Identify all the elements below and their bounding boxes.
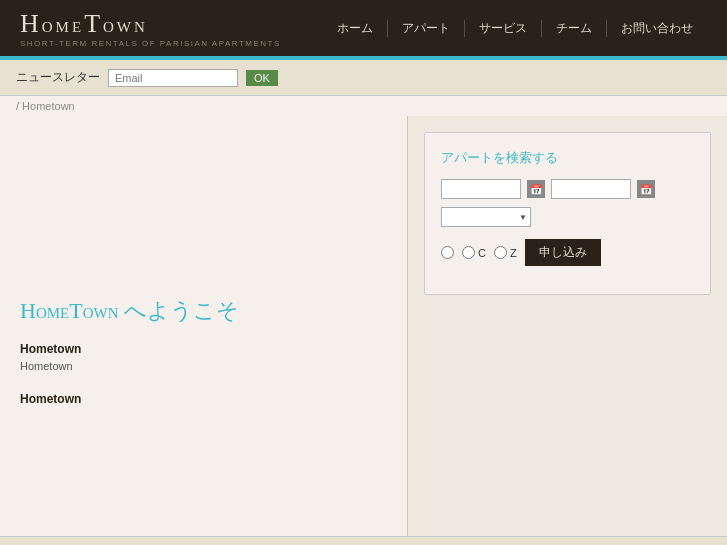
calendar-icon-1[interactable]: 📅 xyxy=(527,180,545,198)
nav-home[interactable]: ホーム xyxy=(323,20,387,37)
section-2-title: Hometown xyxy=(20,392,387,406)
radio-c-label: C xyxy=(478,247,486,259)
date-input-2[interactable] xyxy=(551,179,631,199)
logo-area: HomeTown Short-Term Rentals of Parisian … xyxy=(20,9,281,48)
radio-z-label: Z xyxy=(510,247,517,259)
radio-row: C Z 申し込み xyxy=(441,239,694,266)
nav-services[interactable]: サービス xyxy=(464,20,541,37)
newsletter-label: ニュースレター xyxy=(16,69,100,86)
section-1-title: Hometown xyxy=(20,342,387,356)
date-input-1[interactable] xyxy=(441,179,521,199)
newsletter-submit-button[interactable]: OK xyxy=(246,70,278,86)
language-flags-bar xyxy=(0,536,727,545)
left-content-area: HomeTown へようこそ Hometown Hometown Hometow… xyxy=(0,116,407,536)
logo-subtitle: Short-Term Rentals of Parisian Apartment… xyxy=(20,39,281,48)
main-nav: ホーム アパート サービス チーム お問い合わせ xyxy=(323,20,707,37)
radio-default[interactable] xyxy=(441,246,454,259)
radio-and-submit-row: C Z 申し込み xyxy=(441,239,694,278)
search-submit-button[interactable]: 申し込み xyxy=(525,239,601,266)
rooms-dropdown[interactable] xyxy=(441,207,531,227)
right-sidebar: アパートを検索する 📅 📅 ▼ xyxy=(407,116,727,536)
nav-contact[interactable]: お問い合わせ xyxy=(606,20,707,37)
calendar-icon-2[interactable]: 📅 xyxy=(637,180,655,198)
date-row-1: 📅 📅 xyxy=(441,179,694,199)
newsletter-bar: ニュースレター OK xyxy=(0,60,727,96)
logo-title[interactable]: HomeTown xyxy=(20,9,281,39)
radio-z-group: Z xyxy=(494,246,517,259)
dropdown-wrapper: ▼ xyxy=(441,207,531,227)
radio-c-group: C xyxy=(462,246,486,259)
site-header: HomeTown Short-Term Rentals of Parisian … xyxy=(0,0,727,56)
nav-team[interactable]: チーム xyxy=(541,20,606,37)
radio-c[interactable] xyxy=(462,246,475,259)
welcome-title: HomeTown へようこそ xyxy=(20,296,387,326)
dropdown-row: ▼ xyxy=(441,207,694,227)
breadcrumb: / Hometown xyxy=(0,96,727,116)
radio-z[interactable] xyxy=(494,246,507,259)
search-title: アパートを検索する xyxy=(441,149,694,167)
section-1-text: Hometown xyxy=(20,360,387,372)
newsletter-email-input[interactable] xyxy=(108,69,238,87)
nav-apartment[interactable]: アパート xyxy=(387,20,464,37)
main-content: HomeTown へようこそ Hometown Hometown Hometow… xyxy=(0,116,727,536)
search-box: アパートを検索する 📅 📅 ▼ xyxy=(424,132,711,295)
